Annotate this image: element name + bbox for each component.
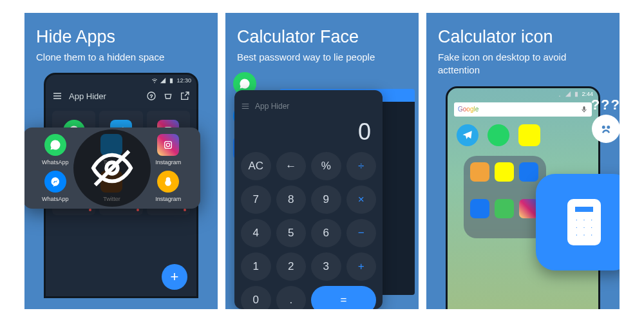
folder-app[interactable]	[519, 162, 538, 182]
wifi-icon	[556, 91, 563, 97]
panel-subtitle: Best password way to lie people	[237, 51, 407, 64]
key-divide[interactable]: ÷	[346, 152, 377, 180]
calculator-front: App Hider 0 AC ← % ÷ 7 8 9 × 4 5 6 − 1 2…	[234, 90, 383, 309]
panel-title: Hide Apps	[36, 27, 206, 47]
folder-app[interactable]	[495, 162, 514, 182]
hide-eye-overlay	[73, 129, 151, 207]
svg-point-16	[574, 225, 579, 230]
wifi-icon	[151, 77, 158, 84]
promo-panel-calculator-face: Calculator Face Best password way to lie…	[225, 13, 419, 309]
add-fab[interactable]: +	[162, 264, 187, 290]
signal-icon	[160, 77, 166, 84]
svg-point-17	[582, 225, 587, 230]
key-minus[interactable]: −	[346, 219, 377, 247]
status-bar: 2:44	[448, 88, 598, 99]
svg-point-10	[607, 126, 609, 128]
overlay-app[interactable]: Instagram	[142, 134, 194, 166]
key-0[interactable]: 0	[241, 286, 271, 309]
google-search-bar[interactable]: Google	[454, 102, 592, 117]
status-bar: 12:30	[46, 75, 196, 85]
key-plus[interactable]: +	[346, 252, 377, 281]
svg-point-20	[582, 233, 587, 238]
eye-off-icon	[90, 146, 135, 191]
calc-display: 0	[241, 116, 376, 152]
key-3[interactable]: 3	[311, 252, 341, 281]
sad-face-icon	[592, 115, 620, 143]
snapchat-icon[interactable]	[518, 124, 540, 146]
panel-subtitle: Fake icon on desktop to avoid acttention	[438, 51, 608, 77]
key-4[interactable]: 4	[241, 219, 271, 247]
svg-point-9	[603, 126, 605, 128]
panel-subtitle: Clone them to a hidden space	[36, 51, 206, 64]
promo-panel-calculator-icon: Calculator icon Fake icon on desktop to …	[426, 13, 620, 309]
key-back[interactable]: ←	[276, 152, 307, 180]
key-5[interactable]: 5	[276, 219, 307, 247]
svg-rect-12	[573, 205, 594, 213]
battery-icon	[573, 91, 580, 97]
panel-title: Calculator Face	[237, 27, 407, 47]
folder-app[interactable]	[495, 199, 514, 218]
svg-point-13	[574, 218, 579, 222]
key-dot[interactable]: .	[276, 286, 307, 309]
battery-icon	[168, 77, 175, 84]
menu-icon[interactable]	[241, 102, 250, 111]
calculator-icon	[558, 196, 610, 248]
signal-icon	[565, 91, 571, 97]
status-time: 2:44	[582, 91, 593, 97]
key-multiply[interactable]: ×	[346, 185, 377, 214]
mic-icon[interactable]	[580, 106, 588, 113]
key-equals[interactable]: =	[311, 286, 376, 309]
svg-point-21	[589, 233, 594, 238]
svg-text:?: ?	[150, 93, 153, 99]
svg-point-15	[589, 218, 594, 222]
folder-app[interactable]	[470, 199, 489, 218]
svg-rect-5	[165, 142, 172, 149]
appbar-title: App Hider	[69, 91, 106, 101]
home-row	[448, 120, 598, 150]
confused-indicator: ???	[591, 97, 620, 143]
status-time: 12:30	[176, 77, 191, 84]
fake-calculator-icon[interactable]	[536, 174, 620, 270]
share-icon[interactable]	[180, 91, 190, 101]
whatsapp-icon[interactable]	[488, 124, 509, 146]
key-1[interactable]: 1	[241, 252, 271, 281]
key-8[interactable]: 8	[276, 185, 307, 214]
panel-title: Calculator icon	[438, 27, 608, 47]
key-9[interactable]: 9	[311, 185, 341, 214]
key-percent[interactable]: %	[311, 152, 341, 180]
calc-header: App Hider	[241, 97, 376, 116]
calc-keypad: AC ← % ÷ 7 8 9 × 4 5 6 − 1 2 3 + 0 . =	[241, 152, 376, 309]
key-2[interactable]: 2	[276, 252, 307, 281]
app-folder[interactable]	[464, 156, 546, 238]
svg-point-19	[574, 233, 579, 238]
svg-point-18	[589, 225, 594, 230]
key-6[interactable]: 6	[311, 219, 341, 247]
svg-point-6	[166, 143, 169, 146]
key-7[interactable]: 7	[241, 185, 271, 214]
folder-app[interactable]	[470, 162, 489, 182]
app-bar: App Hider ?	[46, 85, 196, 107]
help-icon[interactable]: ?	[146, 91, 156, 101]
telegram-icon[interactable]	[457, 124, 478, 146]
basket-icon[interactable]	[163, 91, 173, 101]
hidden-overlay-card: WhatsApp Twitter Instagram WhatsApp Twit…	[24, 128, 200, 209]
promo-panel-hide-apps: Hide Apps Clone them to a hidden space 1…	[24, 13, 218, 309]
key-ac[interactable]: AC	[241, 152, 271, 180]
svg-point-14	[582, 218, 587, 222]
menu-icon[interactable]	[52, 91, 62, 101]
overlay-app[interactable]: Instagram	[142, 171, 194, 202]
